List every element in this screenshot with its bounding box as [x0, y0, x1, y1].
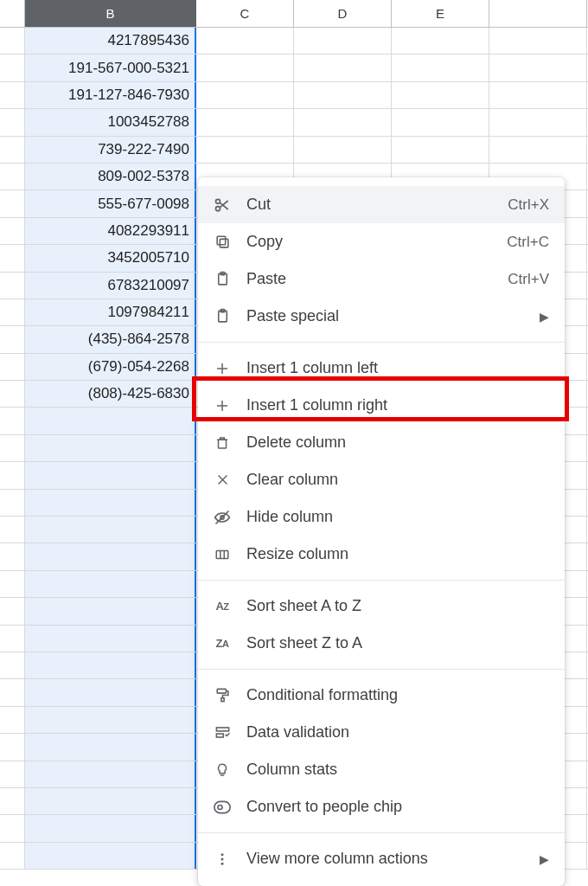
row-number-gutter[interactable]	[0, 571, 25, 597]
menu-insert-col-right[interactable]: Insert 1 column right	[198, 387, 565, 424]
row-number-gutter[interactable]	[0, 354, 25, 380]
row-number-gutter[interactable]	[0, 381, 25, 407]
menu-view-more[interactable]: View more column actions ▶	[198, 840, 565, 877]
cell-B[interactable]	[25, 707, 196, 733]
row-number-gutter[interactable]	[0, 82, 25, 108]
row-number-gutter[interactable]	[0, 626, 25, 652]
cell-F[interactable]	[489, 82, 587, 108]
cell-E[interactable]	[392, 28, 489, 54]
cell-C[interactable]	[196, 55, 294, 80]
column-header-B[interactable]: B	[25, 0, 196, 27]
cell-B[interactable]	[25, 517, 196, 543]
column-header-C[interactable]: C	[196, 0, 294, 27]
row-number-gutter[interactable]	[0, 543, 25, 569]
cell-B[interactable]: 191-127-846-7930	[25, 82, 196, 108]
cell-B[interactable]: (808)-425-6830	[25, 381, 196, 407]
cell-B[interactable]	[25, 815, 196, 841]
row-number-gutter[interactable]	[0, 299, 25, 325]
menu-delete-column[interactable]: Delete column	[198, 424, 565, 461]
row-number-gutter[interactable]	[0, 679, 25, 705]
menu-conditional-formatting[interactable]: Conditional formatting	[198, 677, 565, 714]
row-number-gutter[interactable]	[0, 273, 25, 299]
cell-B[interactable]: 4217895436	[25, 28, 196, 54]
cell-B[interactable]	[25, 543, 196, 569]
menu-cut[interactable]: Cut Ctrl+X	[198, 186, 565, 223]
row-number-gutter[interactable]	[0, 761, 25, 787]
cell-B[interactable]: 191-567-000-5321	[25, 55, 196, 80]
row-number-gutter[interactable]	[0, 517, 25, 543]
cell-C[interactable]	[196, 109, 294, 135]
menu-column-stats[interactable]: Column stats	[198, 751, 565, 788]
cell-B[interactable]: 555-677-0098	[25, 190, 196, 216]
cell-B[interactable]: (679)-054-2268	[25, 354, 196, 380]
row-number-gutter[interactable]	[0, 843, 25, 869]
row-number-gutter[interactable]	[0, 326, 25, 352]
cell-C[interactable]	[196, 28, 294, 54]
row-number-gutter[interactable]	[0, 190, 25, 216]
row-number-gutter[interactable]	[0, 815, 25, 841]
column-header-D[interactable]: D	[294, 0, 392, 27]
cell-B[interactable]	[25, 435, 196, 461]
cell-B[interactable]	[25, 652, 196, 678]
cell-B[interactable]: 809-002-5378	[25, 164, 196, 189]
menu-sort-za[interactable]: ZA Sort sheet Z to A	[198, 625, 565, 662]
row-number-gutter[interactable]	[0, 435, 25, 461]
row-number-gutter[interactable]	[0, 245, 25, 271]
cell-E[interactable]	[392, 137, 489, 163]
column-header-E[interactable]: E	[392, 0, 489, 27]
cell-E[interactable]	[392, 55, 489, 80]
cell-B[interactable]: 739-222-7490	[25, 137, 196, 163]
menu-copy[interactable]: Copy Ctrl+C	[198, 223, 565, 260]
cell-B[interactable]	[25, 626, 196, 652]
menu-people-chip[interactable]: Convert to people chip	[198, 788, 565, 825]
cell-B[interactable]	[25, 679, 196, 705]
row-number-gutter[interactable]	[0, 788, 25, 814]
menu-paste[interactable]: Paste Ctrl+V	[198, 260, 565, 298]
row-number-gutter[interactable]	[0, 218, 25, 244]
row-number-gutter[interactable]	[0, 55, 25, 80]
menu-data-validation[interactable]: Data validation	[198, 714, 565, 751]
cell-B[interactable]: 1003452788	[25, 109, 196, 135]
menu-hide-column[interactable]: Hide column	[198, 498, 565, 536]
cell-C[interactable]	[196, 137, 294, 163]
row-number-gutter[interactable]	[0, 598, 25, 624]
cell-B[interactable]	[25, 734, 196, 760]
menu-sort-az[interactable]: AZ Sort sheet A to Z	[198, 587, 565, 625]
cell-F[interactable]	[489, 55, 587, 80]
row-number-gutter[interactable]	[0, 734, 25, 760]
cell-F[interactable]	[489, 28, 587, 54]
menu-insert-col-left[interactable]: Insert 1 column left	[198, 350, 565, 387]
row-number-gutter[interactable]	[0, 137, 25, 163]
row-number-gutter[interactable]	[0, 707, 25, 733]
cell-B[interactable]	[25, 843, 196, 869]
menu-clear-column[interactable]: Clear column	[198, 461, 565, 498]
column-header-next[interactable]	[489, 0, 587, 27]
cell-E[interactable]	[392, 82, 489, 108]
cell-D[interactable]	[294, 82, 392, 108]
row-number-gutter[interactable]	[0, 490, 25, 516]
cell-B[interactable]: 6783210097	[25, 273, 196, 299]
row-number-gutter[interactable]	[0, 28, 25, 54]
menu-resize-column[interactable]: Resize column	[198, 536, 565, 573]
row-number-gutter[interactable]	[0, 462, 25, 488]
row-number-gutter[interactable]	[0, 652, 25, 678]
cell-C[interactable]	[196, 82, 294, 108]
cell-B[interactable]	[25, 761, 196, 787]
row-number-gutter[interactable]	[0, 408, 25, 433]
cell-B[interactable]	[25, 788, 196, 814]
cell-D[interactable]	[294, 109, 392, 135]
cell-B[interactable]	[25, 598, 196, 624]
cell-B[interactable]: (435)-864-2578	[25, 326, 196, 352]
cell-D[interactable]	[294, 55, 392, 80]
row-number-gutter[interactable]	[0, 109, 25, 135]
cell-B[interactable]	[25, 490, 196, 516]
cell-D[interactable]	[294, 137, 392, 163]
row-number-gutter[interactable]	[0, 164, 25, 189]
cell-E[interactable]	[392, 109, 489, 135]
cell-B[interactable]	[25, 408, 196, 433]
cell-B[interactable]	[25, 462, 196, 488]
cell-B[interactable]	[25, 571, 196, 597]
cell-D[interactable]	[294, 28, 392, 54]
menu-paste-special[interactable]: Paste special ▶	[198, 298, 565, 335]
cell-F[interactable]	[489, 137, 587, 163]
